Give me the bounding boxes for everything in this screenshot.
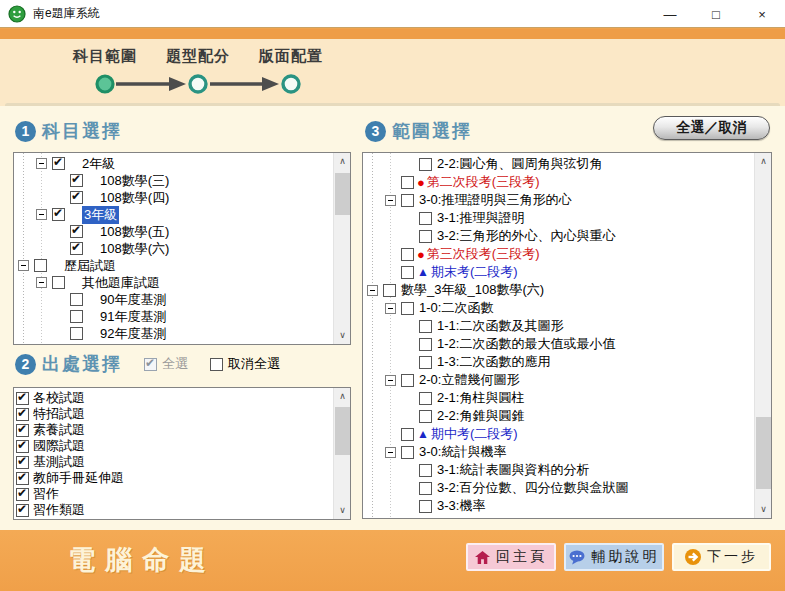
tree-row[interactable]: 108數學(六) bbox=[14, 240, 333, 257]
list-checkbox[interactable] bbox=[16, 504, 29, 517]
tree-checkbox[interactable] bbox=[401, 446, 414, 459]
scroll-up-icon[interactable]: ∧ bbox=[334, 153, 351, 170]
next-step-button[interactable]: 下一步 bbox=[672, 543, 771, 571]
tree-checkbox[interactable] bbox=[419, 338, 432, 351]
tree-checkbox[interactable] bbox=[419, 320, 432, 333]
list-item[interactable]: 基測試題 bbox=[14, 454, 333, 470]
help-button[interactable]: 輔助說明 bbox=[564, 543, 664, 571]
tree-label[interactable]: 歷屆試題 bbox=[64, 257, 116, 275]
tree-checkbox[interactable] bbox=[70, 293, 83, 306]
tree-label[interactable]: 91年度基測 bbox=[100, 308, 166, 326]
tree-checkbox[interactable] bbox=[70, 327, 83, 340]
select-all-toggle-button[interactable]: 全選／取消 bbox=[653, 116, 770, 140]
minimize-button[interactable]: — bbox=[647, 0, 693, 28]
collapse-icon[interactable] bbox=[385, 447, 396, 458]
tree-row[interactable]: 3-3:機率 bbox=[363, 497, 754, 515]
tree-row[interactable]: ●第二次段考(三段考) bbox=[363, 173, 754, 191]
tree-checkbox[interactable] bbox=[70, 225, 83, 238]
tree-checkbox[interactable] bbox=[419, 410, 432, 423]
tree-row[interactable]: 1-1:二次函數及其圖形 bbox=[363, 317, 754, 335]
scroll-down-icon[interactable]: ∨ bbox=[334, 327, 351, 344]
tree-label[interactable]: 3-0:推理證明與三角形的心 bbox=[419, 191, 571, 209]
list-checkbox[interactable] bbox=[16, 456, 29, 469]
tree-checkbox[interactable] bbox=[70, 310, 83, 323]
tree-label[interactable]: 第二次段考(三段考) bbox=[427, 173, 540, 191]
tree-label[interactable]: 數學_3年級_108數學(六) bbox=[401, 281, 544, 299]
tree-checkbox[interactable] bbox=[401, 302, 414, 315]
tree-checkbox[interactable] bbox=[419, 158, 432, 171]
tree-row[interactable]: 其他題庫試題 bbox=[14, 274, 333, 291]
tree-label[interactable]: 1-0:二次函數 bbox=[419, 299, 493, 317]
tree-checkbox[interactable] bbox=[419, 212, 432, 225]
tree-checkbox[interactable] bbox=[419, 464, 432, 477]
tree-row[interactable]: 1-2:二次函數的最大值或最小值 bbox=[363, 335, 754, 353]
tree-row[interactable]: 數學_3年級_108數學(六) bbox=[363, 281, 754, 299]
scrollbar[interactable]: ∧ ∨ bbox=[333, 388, 350, 519]
tree-checkbox[interactable] bbox=[401, 176, 414, 189]
collapse-icon[interactable] bbox=[36, 209, 47, 220]
tree-row[interactable]: 3年級 bbox=[14, 206, 333, 223]
tree-label[interactable]: 3-3:機率 bbox=[437, 497, 485, 515]
tree-checkbox[interactable] bbox=[419, 230, 432, 243]
tree-checkbox[interactable] bbox=[70, 242, 83, 255]
tree-row[interactable]: 92年度基測 bbox=[14, 325, 333, 342]
tree-row[interactable]: 3-1:統計表圖與資料的分析 bbox=[363, 461, 754, 479]
scrollbar[interactable]: ∧ ∨ bbox=[333, 153, 350, 344]
scrollbar-thumb[interactable] bbox=[756, 417, 771, 489]
tree-label[interactable]: 期中考(二段考) bbox=[431, 425, 518, 443]
tree-label[interactable]: 1-3:二次函數的應用 bbox=[437, 353, 550, 371]
tree-row[interactable]: 1-3:二次函數的應用 bbox=[363, 353, 754, 371]
deselect-all-checkbox[interactable] bbox=[210, 358, 223, 371]
tree-row[interactable]: 3-0:統計與機率 bbox=[363, 443, 754, 461]
tree-label[interactable]: 2-2:角錐與圓錐 bbox=[437, 407, 524, 425]
tree-row[interactable]: 1-0:二次函數 bbox=[363, 299, 754, 317]
tree-checkbox[interactable] bbox=[401, 194, 414, 207]
tree-label[interactable]: 2-0:立體幾何圖形 bbox=[419, 371, 519, 389]
tree-label[interactable]: 108數學(三) bbox=[100, 172, 169, 190]
tree-checkbox[interactable] bbox=[419, 500, 432, 513]
tree-row[interactable]: 2-1:角柱與圓柱 bbox=[363, 389, 754, 407]
list-item[interactable]: 特招試題 bbox=[14, 406, 333, 422]
scrollbar[interactable]: ∧ ∨ bbox=[754, 153, 771, 518]
tree-checkbox[interactable] bbox=[419, 392, 432, 405]
collapse-icon[interactable] bbox=[385, 303, 396, 314]
list-checkbox[interactable] bbox=[16, 472, 29, 485]
scroll-down-icon[interactable]: ∨ bbox=[334, 502, 351, 519]
scroll-down-icon[interactable]: ∨ bbox=[755, 501, 772, 518]
tree-label[interactable]: 1-2:二次函數的最大值或最小值 bbox=[437, 335, 615, 353]
tree-row[interactable]: 2-2:圓心角、圓周角與弦切角 bbox=[363, 155, 754, 173]
tree-checkbox[interactable] bbox=[401, 374, 414, 387]
tree-checkbox[interactable] bbox=[52, 276, 65, 289]
tree-row[interactable]: ▲期末考(二段考) bbox=[363, 263, 754, 281]
tree-label[interactable]: 其他題庫試題 bbox=[82, 274, 160, 292]
tree-label[interactable]: 期末考(二段考) bbox=[431, 263, 518, 281]
list-item[interactable]: 習作類題 bbox=[14, 502, 333, 518]
home-button[interactable]: 回主頁 bbox=[466, 543, 556, 571]
tree-row[interactable]: 3-2:三角形的外心、內心與重心 bbox=[363, 227, 754, 245]
tree-checkbox[interactable] bbox=[419, 356, 432, 369]
tree-label[interactable]: 108數學(四) bbox=[100, 189, 169, 207]
tree-label[interactable]: 1-1:二次函數及其圖形 bbox=[437, 317, 563, 335]
tree-label[interactable]: 3年級 bbox=[82, 206, 119, 224]
tree-label[interactable]: 92年度基測 bbox=[100, 325, 166, 343]
list-item[interactable]: 教師手冊延伸題 bbox=[14, 470, 333, 486]
tree-checkbox[interactable] bbox=[401, 248, 414, 261]
collapse-icon[interactable] bbox=[385, 195, 396, 206]
tree-row[interactable]: 歷屆試題 bbox=[14, 257, 333, 274]
tree-row[interactable]: 2年級 bbox=[14, 155, 333, 172]
collapse-icon[interactable] bbox=[385, 375, 396, 386]
step-layout-config[interactable]: 版面配置 bbox=[236, 47, 346, 66]
tree-checkbox[interactable] bbox=[70, 191, 83, 204]
list-checkbox[interactable] bbox=[16, 488, 29, 501]
tree-row[interactable]: 3-1:推理與證明 bbox=[363, 209, 754, 227]
tree-checkbox[interactable] bbox=[52, 208, 65, 221]
tree-checkbox[interactable] bbox=[34, 259, 47, 272]
tree-label[interactable]: 90年度基測 bbox=[100, 291, 166, 309]
collapse-icon[interactable] bbox=[367, 285, 378, 296]
scroll-up-icon[interactable]: ∧ bbox=[755, 153, 772, 170]
list-checkbox[interactable] bbox=[16, 424, 29, 437]
tree-label[interactable]: 第三次段考(三段考) bbox=[427, 245, 540, 263]
tree-label[interactable]: 3-1:統計表圖與資料的分析 bbox=[437, 461, 589, 479]
tree-checkbox[interactable] bbox=[383, 284, 396, 297]
tree-checkbox[interactable] bbox=[70, 174, 83, 187]
